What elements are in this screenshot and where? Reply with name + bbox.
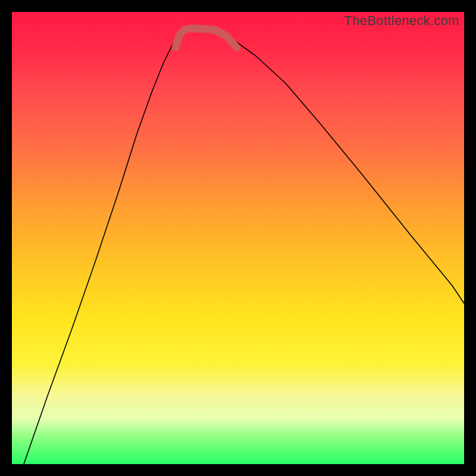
flat-bottom-marker — [176, 29, 237, 48]
chart-plot-area: TheBottleneck.com — [12, 12, 464, 464]
chart-outer-frame: TheBottleneck.com — [0, 0, 476, 476]
bottleneck-curve — [24, 29, 464, 464]
curve-layer — [12, 12, 464, 464]
